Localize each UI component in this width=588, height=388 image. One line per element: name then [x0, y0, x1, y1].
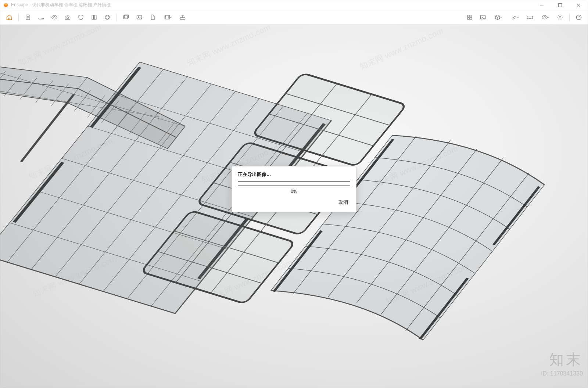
cube-dropdown[interactable] — [490, 11, 506, 23]
window-close-button[interactable] — [570, 0, 587, 10]
svg-rect-7 — [95, 15, 96, 19]
chevron-down-icon — [547, 16, 549, 19]
title-sep: - — [28, 2, 32, 7]
document-icon — [24, 14, 32, 21]
gear-icon — [556, 14, 564, 21]
toolbar — [0, 10, 588, 25]
image-button[interactable] — [477, 11, 489, 23]
window-title: Enscape - 现代非机动车棚 停车棚 遮阳棚 户外雨棚 — [11, 2, 111, 8]
site-button[interactable] — [463, 11, 476, 23]
chevron-down-icon — [169, 16, 172, 19]
settings-button[interactable] — [554, 11, 566, 23]
help-button[interactable] — [573, 11, 585, 23]
export-dropdown[interactable] — [159, 11, 176, 23]
progress-value: 0% — [238, 189, 350, 194]
svg-rect-21 — [467, 18, 469, 19]
eye-icon — [51, 14, 58, 21]
watermark-brand: 知末 ID: 1170841330 — [541, 349, 583, 377]
svg-line-46 — [21, 94, 74, 162]
svg-point-4 — [67, 17, 69, 19]
home-icon — [6, 14, 13, 21]
upload-button[interactable] — [176, 11, 189, 23]
page-icon — [149, 14, 156, 21]
image-icon — [136, 14, 143, 21]
brand-id: ID: 1170841330 — [541, 370, 583, 377]
window-maximize-button[interactable] — [552, 0, 568, 10]
svg-rect-13 — [123, 16, 128, 19]
progress-bar — [238, 182, 350, 186]
svg-rect-20 — [470, 15, 472, 17]
sound-button[interactable] — [75, 11, 87, 23]
app-name: Enscape — [11, 2, 28, 7]
frames-icon — [122, 14, 130, 21]
mono-button[interactable] — [146, 11, 159, 23]
views-button[interactable] — [61, 11, 74, 23]
svg-rect-22 — [470, 18, 472, 19]
brand-name: 知末 — [541, 349, 583, 370]
svg-point-2 — [54, 17, 55, 18]
dialog-message: 正在导出图像… — [238, 172, 350, 178]
home-button[interactable] — [3, 11, 15, 23]
help-icon — [575, 14, 582, 21]
batch-button[interactable] — [120, 11, 132, 23]
dots-icon — [104, 14, 111, 21]
maximize-icon — [558, 3, 562, 7]
svg-rect-19 — [467, 15, 469, 17]
visual-dropdown[interactable] — [537, 11, 553, 23]
shield-icon — [77, 14, 85, 21]
start-button[interactable] — [22, 11, 34, 23]
svg-point-12 — [105, 15, 110, 19]
cancel-button[interactable]: 取消 — [336, 198, 350, 207]
close-icon — [576, 3, 581, 7]
svg-point-25 — [544, 17, 545, 18]
materials-button[interactable] — [88, 11, 100, 23]
=[interactable]: 知末网 www.znzmo.com 知末网 www.znzmo.com 知末网 … — [0, 25, 588, 388]
sync-button[interactable] — [48, 11, 61, 23]
ruler-icon — [37, 14, 45, 21]
upload-icon — [179, 14, 186, 21]
export-progress-dialog: 正在导出图像… 0% 取消 — [232, 166, 356, 212]
vr-button[interactable] — [524, 11, 536, 23]
svg-rect-3 — [65, 16, 70, 19]
library-icon — [90, 14, 98, 21]
titlebar: Enscape - 现代非机动车棚 停车棚 遮阳棚 户外雨棚 — [0, 0, 588, 10]
svg-rect-5 — [92, 15, 93, 19]
chevron-down-icon — [517, 16, 519, 19]
svg-rect-6 — [93, 15, 94, 19]
chevron-down-icon — [500, 16, 502, 19]
svg-rect-18 — [180, 18, 185, 20]
feedback-dropdown[interactable] — [507, 11, 523, 23]
vr-icon — [526, 14, 534, 21]
watermark: 知末网 www.znzmo.com — [358, 25, 445, 72]
doc-title: 现代非机动车棚 停车棚 遮阳棚 户外雨棚 — [32, 2, 111, 7]
toolbar-divider — [569, 13, 570, 21]
minimize-icon — [539, 3, 544, 7]
picture-icon — [479, 14, 487, 21]
app-logo-icon — [3, 2, 9, 8]
grid-icon — [466, 14, 473, 21]
live-button[interactable] — [35, 11, 47, 23]
watermark: 知末网 www.znzmo.com — [186, 25, 273, 69]
toolbar-divider — [18, 13, 19, 21]
toolbar-divider — [116, 13, 117, 21]
screenshot-button[interactable] — [133, 11, 146, 23]
camera-icon — [64, 14, 71, 21]
svg-point-26 — [559, 17, 561, 18]
svg-rect-0 — [559, 3, 562, 7]
assets-button[interactable] — [101, 11, 114, 23]
window-minimize-button[interactable] — [534, 0, 550, 10]
svg-rect-14 — [125, 15, 129, 18]
